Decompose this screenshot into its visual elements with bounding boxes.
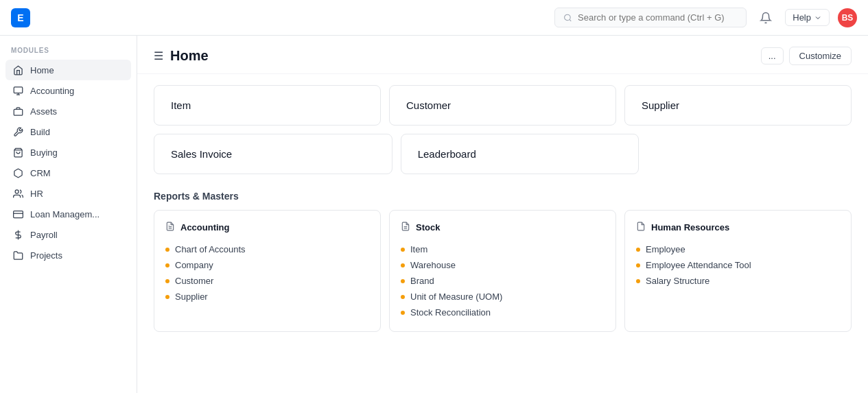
report-item-warehouse[interactable]: Warehouse [401,257,605,273]
page-title: Home [170,48,209,64]
sidebar-item-loan[interactable]: Loan Managem... [5,204,131,224]
sidebar-item-label: Projects [30,250,62,261]
sidebar: MODULES Home Accounting Assets Build [0,36,137,393]
sidebar-item-label: Payroll [30,230,58,240]
quick-card-leaderboard[interactable]: Leaderboard [401,134,640,174]
help-button[interactable]: Help [785,9,830,26]
report-item-company[interactable]: Company [165,257,369,273]
report-item-salary-structure[interactable]: Salary Structure [636,273,840,289]
quick-card-sales-invoice[interactable]: Sales Invoice [154,134,392,174]
sidebar-item-label: HR [30,189,43,199]
crm-icon [12,167,23,178]
notification-bell[interactable] [755,7,777,29]
svg-rect-5 [14,109,23,115]
build-icon [12,126,23,137]
bullet-icon [165,279,169,283]
sidebar-item-projects[interactable]: Projects [5,245,131,265]
user-avatar[interactable]: BS [838,8,857,27]
report-item-customer[interactable]: Customer [165,273,369,289]
bullet-icon [165,295,169,299]
bullet-icon [401,279,405,283]
report-item-chart-of-accounts[interactable]: Chart of Accounts [165,241,369,257]
svg-rect-8 [13,211,23,217]
doc-icon [636,222,646,233]
payroll-icon [12,229,23,240]
sidebar-item-label: Build [30,127,50,137]
sidebar-item-hr[interactable]: HR [5,183,131,204]
reports-title: Reports & Masters [154,191,852,202]
search-input[interactable] [578,12,738,23]
report-item-stock-item[interactable]: Item [401,241,605,257]
page-header: ☰ Home ... Customize [137,36,868,74]
bullet-icon [165,263,169,267]
hamburger-menu[interactable]: ☰ [154,49,163,62]
svg-point-0 [565,14,571,21]
quick-card-supplier[interactable]: Supplier [624,85,852,126]
doc-icon [165,222,175,233]
svg-line-1 [570,19,571,21]
bullet-icon [165,248,169,252]
topbar: E Help BS [0,0,868,36]
home-icon [12,64,23,75]
quick-cards-row-2: Sales Invoice Leaderboard [137,131,868,180]
search-bar[interactable] [554,8,747,27]
customize-button[interactable]: Customize [789,47,852,65]
sidebar-item-home[interactable]: Home [5,60,131,80]
sidebar-item-assets[interactable]: Assets [5,101,131,121]
report-item-uom[interactable]: Unit of Measure (UOM) [401,289,605,305]
report-item-employee[interactable]: Employee [636,241,840,257]
report-card-header-hr: Human Resources [636,222,840,233]
sidebar-item-buying[interactable]: Buying [5,142,131,163]
sidebar-item-crm[interactable]: CRM [5,163,131,183]
quick-card-item[interactable]: Item [154,85,381,126]
bullet-icon [401,263,405,267]
bullet-icon [636,279,640,283]
sidebar-item-accounting[interactable]: Accounting [5,80,131,101]
bullet-icon [401,248,405,252]
report-item-brand[interactable]: Brand [401,273,605,289]
sidebar-item-label: CRM [30,168,51,178]
sidebar-item-label: Home [30,65,54,75]
hr-icon [12,188,23,199]
sidebar-item-payroll[interactable]: Payroll [5,224,131,245]
report-card-accounting: Accounting Chart of Accounts Company Cus… [154,210,381,332]
reports-section: Reports & Masters Accounting Chart of Ac… [137,180,868,337]
quick-card-customer[interactable]: Customer [389,85,616,126]
bullet-icon [636,263,640,267]
sidebar-item-label: Loan Managem... [30,209,99,219]
bullet-icon [401,311,405,315]
sidebar-item-build[interactable]: Build [5,121,131,142]
report-card-hr: Human Resources Employee Employee Attend… [624,210,852,332]
report-item-stock-reconciliation[interactable]: Stock Reconciliation [401,305,605,320]
modules-label: MODULES [5,44,131,60]
report-card-header-stock: Stock [401,222,605,233]
sidebar-item-label: Accounting [30,86,74,96]
quick-cards-row: Item Customer Supplier [137,74,868,131]
sidebar-item-label: Assets [30,106,57,117]
svg-point-7 [15,189,19,193]
loan-icon [12,209,23,219]
bell-icon [760,12,772,24]
buying-icon [12,147,23,158]
doc-icon [401,222,410,233]
report-card-header-accounting: Accounting [165,222,369,233]
app-logo[interactable]: E [11,8,30,27]
bullet-icon [401,295,405,299]
search-icon [563,13,572,23]
report-item-supplier[interactable]: Supplier [165,289,369,305]
chevron-down-icon [814,14,822,22]
bullet-icon [636,248,640,252]
projects-icon [12,250,23,261]
sidebar-item-label: Buying [30,147,58,158]
report-item-employee-attendance[interactable]: Employee Attendance Tool [636,257,840,273]
more-options-button[interactable]: ... [761,47,784,64]
svg-rect-2 [14,86,23,93]
report-card-stock: Stock Item Warehouse Brand [389,210,616,332]
main-content: ☰ Home ... Customize Item Customer Suppl… [137,36,868,393]
assets-icon [12,106,23,117]
reports-grid: Accounting Chart of Accounts Company Cus… [154,210,852,332]
accounting-icon [12,85,23,96]
